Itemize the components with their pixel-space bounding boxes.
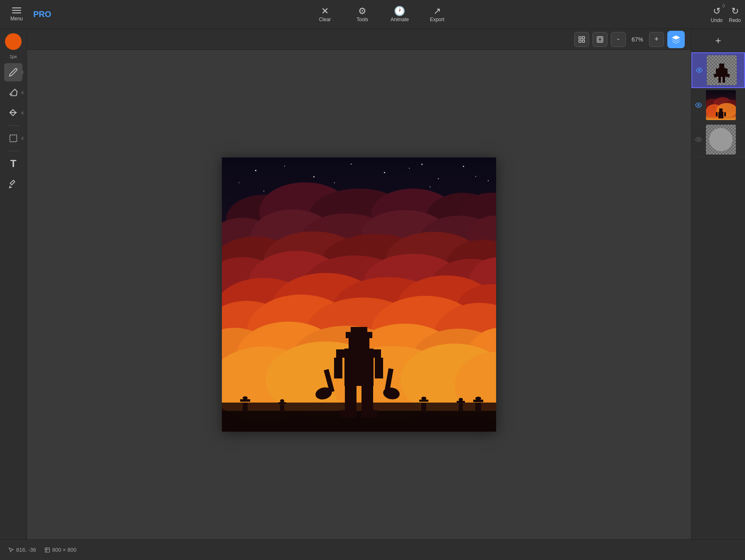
svg-rect-95	[361, 386, 373, 411]
layer-1-visible-button[interactable]	[694, 65, 704, 75]
tool-separator-2	[7, 151, 20, 151]
svg-rect-92	[334, 358, 342, 378]
layers-panel-button[interactable]	[667, 31, 685, 48]
svg-rect-4	[579, 40, 581, 42]
animate-label: Animate	[391, 17, 409, 22]
undo-button[interactable]: 0 ↺ Undo	[711, 6, 723, 23]
svg-rect-83	[475, 403, 481, 412]
pencil-tool[interactable]	[4, 63, 22, 81]
menu-button[interactable]: Menu	[4, 0, 29, 29]
svg-rect-70	[222, 411, 496, 432]
svg-rect-79	[421, 397, 426, 400]
tools-label: Tools	[357, 17, 368, 22]
svg-rect-110	[719, 64, 724, 69]
redo-icon: ↻	[731, 6, 739, 17]
frame-view-button[interactable]	[593, 32, 607, 47]
grid-view-button[interactable]	[574, 32, 589, 47]
svg-rect-76	[280, 399, 284, 403]
clear-icon: ✕	[321, 7, 329, 16]
svg-rect-126	[716, 112, 718, 116]
svg-rect-89	[351, 327, 367, 333]
svg-rect-14	[409, 168, 410, 169]
svg-rect-90	[336, 349, 348, 358]
eyedropper-tool[interactable]	[4, 175, 22, 193]
svg-rect-127	[724, 112, 726, 116]
svg-rect-15	[438, 178, 439, 179]
svg-rect-85	[475, 397, 481, 400]
svg-rect-9	[255, 170, 256, 171]
left-toolbar: 1px T	[0, 29, 27, 560]
svg-rect-2	[579, 37, 581, 39]
svg-rect-113	[718, 77, 721, 83]
svg-rect-5	[583, 40, 585, 42]
redo-button[interactable]: ↻ Redo	[729, 6, 741, 23]
eraser-tool[interactable]	[4, 84, 22, 102]
menu-label: Menu	[10, 16, 23, 22]
layer-item-1[interactable]	[691, 52, 745, 88]
cursor-position: 816, -36	[8, 547, 36, 553]
layer-2-visible-button[interactable]	[693, 100, 703, 110]
svg-rect-96	[341, 410, 357, 418]
layer-2-thumbnail	[706, 90, 736, 120]
export-button[interactable]: ↗ Export	[427, 7, 447, 22]
svg-rect-73	[243, 396, 248, 400]
svg-rect-19	[263, 191, 264, 192]
pixel-artwork	[222, 157, 496, 432]
svg-rect-71	[243, 403, 248, 413]
zoom-out-button[interactable]: -	[611, 32, 626, 47]
canvas-area[interactable]	[27, 50, 691, 539]
tools-button[interactable]: ⚙ Tools	[352, 7, 373, 22]
animate-button[interactable]: 🕐 Animate	[389, 7, 410, 22]
clear-label: Clear	[319, 17, 331, 22]
layer-1-thumbnail	[707, 55, 737, 85]
svg-rect-93	[375, 358, 383, 378]
tools-icon: ⚙	[358, 7, 366, 16]
svg-rect-86	[344, 349, 374, 386]
svg-rect-23	[334, 182, 335, 183]
cursor-coords: 816, -36	[16, 547, 36, 553]
export-label: Export	[430, 17, 445, 22]
layer-3-thumbnail	[706, 125, 736, 155]
svg-point-134	[709, 128, 733, 151]
svg-rect-13	[384, 172, 385, 173]
color-swatch[interactable]	[5, 33, 22, 50]
svg-rect-114	[723, 77, 725, 83]
svg-rect-16	[463, 166, 464, 167]
canvas-size-icon	[44, 547, 50, 553]
svg-rect-22	[488, 180, 489, 181]
zoom-in-icon: +	[654, 35, 659, 44]
svg-rect-12	[351, 164, 352, 165]
svg-rect-6	[597, 37, 603, 42]
undo-redo-group: 0 ↺ Undo ↻ Redo	[711, 6, 741, 23]
svg-rect-3	[583, 37, 585, 39]
artwork-canvas[interactable]	[222, 157, 496, 432]
text-tool-icon: T	[10, 158, 17, 169]
svg-point-102	[698, 69, 700, 71]
topbar-actions: ✕ Clear ⚙ Tools 🕐 Animate ↗ Export	[315, 7, 447, 22]
topbar-right: 0 ↺ Undo ↻ Redo	[711, 6, 741, 23]
pro-badge: PRO	[33, 10, 51, 19]
svg-rect-10	[284, 166, 285, 167]
text-tool[interactable]: T	[4, 155, 22, 173]
canvas-dimensions: 800 × 800	[52, 547, 76, 553]
svg-rect-87	[349, 336, 369, 353]
add-layer-button[interactable]: +	[711, 33, 726, 48]
svg-rect-94	[345, 386, 357, 411]
statusbar: 816, -36 800 × 800	[0, 539, 745, 560]
undo-icon: ↺	[713, 6, 720, 17]
fill-tool[interactable]	[4, 104, 22, 122]
zoom-in-button[interactable]: +	[649, 32, 664, 47]
layers-header: +	[691, 29, 745, 52]
canvas-topbar: - 67% +	[27, 29, 691, 50]
layer-item-2[interactable]	[691, 88, 745, 123]
selection-tool[interactable]	[4, 129, 22, 147]
layer-item-3[interactable]	[691, 123, 745, 157]
canvas-size-display: 800 × 800	[44, 547, 76, 553]
tool-separator-1	[7, 125, 20, 126]
svg-rect-80	[459, 403, 463, 412]
svg-rect-97	[361, 410, 377, 418]
cursor-icon	[8, 547, 14, 553]
svg-rect-74	[280, 405, 284, 413]
layer-3-visible-button[interactable]	[693, 135, 703, 145]
clear-button[interactable]: ✕ Clear	[315, 7, 335, 22]
